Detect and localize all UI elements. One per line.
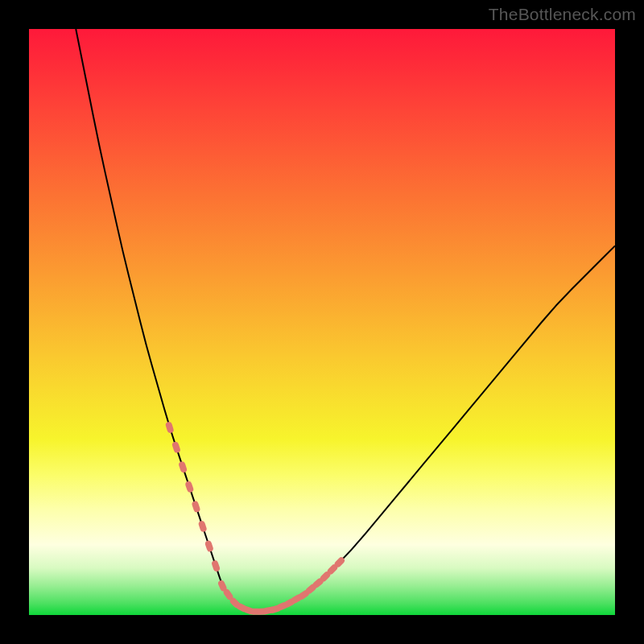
bottleneck-curve (76, 29, 615, 612)
plot-svg (29, 29, 615, 615)
svg-rect-0 (165, 421, 175, 434)
curve-marker (165, 421, 175, 434)
curve-marker (184, 481, 194, 493)
svg-rect-3 (184, 481, 194, 493)
plot-frame (29, 29, 615, 615)
svg-rect-6 (204, 540, 214, 553)
watermark-text: TheBottleneck.com (489, 5, 636, 24)
svg-rect-2 (178, 460, 188, 473)
curve-marker (171, 441, 181, 454)
curve-marker (178, 460, 188, 473)
curve-marker (211, 559, 221, 572)
svg-rect-7 (211, 559, 221, 572)
svg-rect-5 (198, 520, 208, 533)
curve-marker (198, 520, 208, 533)
svg-rect-1 (171, 441, 181, 454)
curve-marker (191, 500, 200, 513)
svg-rect-4 (191, 500, 200, 513)
curve-marker (204, 540, 214, 553)
